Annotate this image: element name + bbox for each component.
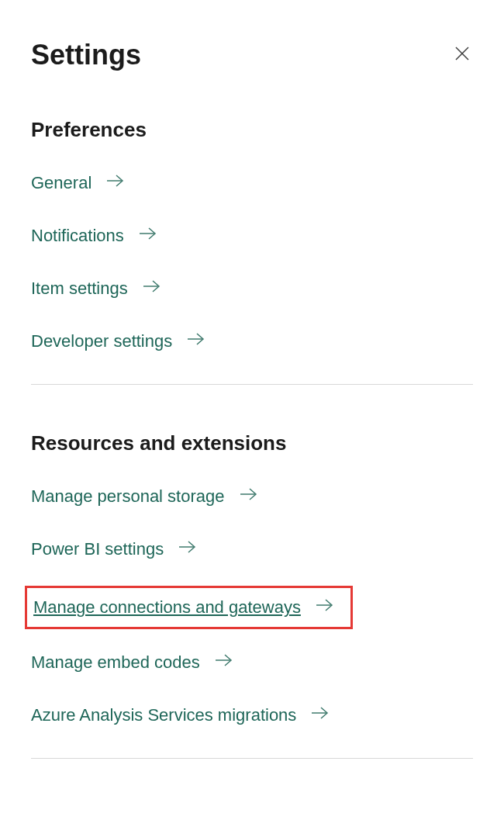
link-label: Manage personal storage bbox=[31, 486, 225, 507]
link-label: Developer settings bbox=[31, 331, 172, 351]
arrow-right-icon bbox=[239, 486, 259, 507]
close-icon bbox=[453, 44, 471, 66]
arrow-right-icon bbox=[105, 173, 126, 193]
arrow-right-icon bbox=[186, 331, 206, 351]
arrow-right-icon bbox=[142, 279, 162, 299]
page-title: Settings bbox=[31, 39, 141, 71]
link-label: Manage connections and gateways bbox=[33, 597, 301, 618]
link-azure-analysis-migrations[interactable]: Azure Analysis Services migrations bbox=[31, 705, 330, 725]
link-label: Azure Analysis Services migrations bbox=[31, 705, 296, 725]
link-notifications[interactable]: Notifications bbox=[31, 226, 158, 246]
link-label: Manage embed codes bbox=[31, 652, 200, 673]
link-label: Item settings bbox=[31, 279, 128, 299]
arrow-right-icon bbox=[138, 226, 158, 246]
close-button[interactable] bbox=[451, 44, 473, 66]
link-label: Notifications bbox=[31, 226, 124, 246]
link-manage-personal-storage[interactable]: Manage personal storage bbox=[31, 486, 259, 507]
arrow-right-icon bbox=[178, 539, 198, 559]
resources-section: Resources and extensions Manage personal… bbox=[31, 431, 473, 725]
link-power-bi-settings[interactable]: Power BI settings bbox=[31, 539, 198, 559]
settings-header: Settings bbox=[31, 39, 473, 71]
arrow-right-icon bbox=[310, 705, 330, 725]
link-manage-connections-gateways[interactable]: Manage connections and gateways bbox=[25, 586, 353, 629]
resources-heading: Resources and extensions bbox=[31, 431, 473, 455]
link-general[interactable]: General bbox=[31, 173, 126, 193]
preferences-heading: Preferences bbox=[31, 118, 473, 142]
arrow-right-icon bbox=[315, 597, 335, 618]
arrow-right-icon bbox=[214, 652, 234, 673]
link-developer-settings[interactable]: Developer settings bbox=[31, 331, 206, 351]
link-item-settings[interactable]: Item settings bbox=[31, 279, 162, 299]
link-label: General bbox=[31, 173, 91, 193]
link-manage-embed-codes[interactable]: Manage embed codes bbox=[31, 652, 234, 673]
section-divider bbox=[31, 758, 473, 759]
preferences-section: Preferences General Notifications Item s… bbox=[31, 118, 473, 351]
link-label: Power BI settings bbox=[31, 539, 164, 559]
section-divider bbox=[31, 384, 473, 385]
